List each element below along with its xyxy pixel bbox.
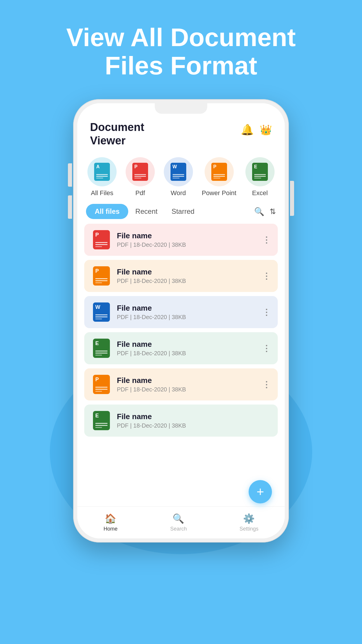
category-powerpoint[interactable]: P Power Point: [202, 157, 236, 197]
category-all-files-circle: A: [87, 157, 117, 186]
file-icon: P: [91, 230, 112, 250]
phone-screen: Document Viewer 🔔 👑 A: [77, 103, 285, 538]
file-menu-button[interactable]: ⋮: [262, 344, 271, 353]
nav-search[interactable]: 🔍 Search: [170, 513, 187, 532]
file-info: File name PDF | 18-Dec-2020 | 38KB: [117, 304, 257, 321]
add-file-fab[interactable]: +: [249, 480, 272, 503]
file-name: File name: [117, 231, 257, 240]
file-item[interactable]: P File name PDF | 18-Dec-2020 | 38KB: [84, 368, 278, 400]
hero-section: View All Document Files Format: [0, 0, 362, 80]
category-word-circle: W: [164, 157, 193, 186]
file-menu-button[interactable]: ⋮: [262, 307, 271, 317]
file-info: File name PDF | 18-Dec-2020 | 38KB: [117, 340, 257, 357]
sort-icon[interactable]: ⇅: [270, 207, 276, 216]
tabs-row: All files Recent Starred 🔍 ⇅: [77, 204, 285, 219]
category-ppt-circle: P: [205, 157, 234, 186]
file-list: P File name PDF | 18-Dec-2020 | 38KB: [77, 224, 285, 506]
category-pdf[interactable]: P Pdf: [126, 157, 155, 197]
file-info: File name PDF | 18-Dec-2020 | 38KB: [117, 267, 257, 284]
file-item[interactable]: W File name PDF | 18-Dec-2020 | 38KB: [84, 296, 278, 328]
app-screen: Document Viewer 🔔 👑 A: [77, 103, 285, 538]
hero-title: View All Document Files Format: [0, 0, 362, 80]
category-word[interactable]: W Word: [164, 157, 193, 197]
settings-icon: ⚙️: [243, 513, 255, 524]
side-button-power: [290, 181, 294, 216]
file-name: File name: [117, 376, 257, 385]
file-icon: E: [91, 410, 112, 431]
tab-action-icons: 🔍 ⇅: [254, 207, 276, 216]
nav-home-label: Home: [103, 526, 117, 532]
file-menu-button[interactable]: ⋮: [262, 380, 271, 389]
file-menu-button[interactable]: ⋮: [262, 271, 271, 281]
category-excel-circle: E: [245, 157, 275, 186]
file-info: File name PDF | 18-Dec-2020 | 38KB: [117, 412, 271, 429]
phone-notch: [155, 103, 207, 114]
app-title: Document Viewer: [90, 121, 144, 147]
home-icon: 🏠: [105, 513, 116, 524]
file-icon: P: [91, 374, 112, 395]
file-meta: PDF | 18-Dec-2020 | 38KB: [117, 278, 257, 284]
file-item[interactable]: P File name PDF | 18-Dec-2020 | 38KB: [84, 224, 278, 256]
file-meta: PDF | 18-Dec-2020 | 38KB: [117, 350, 257, 357]
nav-settings-label: Settings: [240, 526, 259, 532]
file-meta: PDF | 18-Dec-2020 | 38KB: [117, 386, 257, 393]
bell-icon[interactable]: 🔔: [241, 124, 254, 136]
category-excel[interactable]: E Excel: [245, 157, 275, 197]
file-name: File name: [117, 340, 257, 349]
category-word-label: Word: [171, 189, 186, 197]
side-button-volume-down: [68, 195, 72, 219]
file-name: File name: [117, 412, 271, 421]
file-meta: PDF | 18-Dec-2020 | 38KB: [117, 242, 257, 248]
file-type-categories: A All Files: [77, 154, 285, 204]
file-name: File name: [117, 304, 257, 313]
category-all-files-label: All Files: [91, 189, 113, 197]
file-icon: P: [91, 266, 112, 286]
search-icon[interactable]: 🔍: [254, 207, 264, 216]
file-item[interactable]: P File name PDF | 18-Dec-2020 | 38KB: [84, 260, 278, 292]
category-ppt-label: Power Point: [202, 189, 236, 197]
tab-all-files[interactable]: All files: [86, 204, 128, 219]
file-meta: PDF | 18-Dec-2020 | 38KB: [117, 422, 271, 429]
tab-recent[interactable]: Recent: [128, 204, 164, 219]
nav-home[interactable]: 🏠 Home: [103, 513, 117, 532]
search-nav-icon: 🔍: [173, 513, 184, 524]
phone-outer: Document Viewer 🔔 👑 A: [73, 99, 289, 542]
category-excel-label: Excel: [252, 189, 268, 197]
category-all-files[interactable]: A All Files: [87, 157, 117, 197]
file-menu-button[interactable]: ⋮: [262, 235, 271, 245]
header-icons: 🔔 👑: [241, 124, 272, 136]
file-info: File name PDF | 18-Dec-2020 | 38KB: [117, 376, 257, 393]
category-pdf-circle: P: [126, 157, 155, 186]
phone-mockup: Document Viewer 🔔 👑 A: [73, 99, 289, 554]
file-meta: PDF | 18-Dec-2020 | 38KB: [117, 314, 257, 321]
file-item[interactable]: E File name PDF | 18-Dec-2020 | 38KB: [84, 332, 278, 364]
category-pdf-label: Pdf: [135, 189, 145, 197]
file-info: File name PDF | 18-Dec-2020 | 38KB: [117, 231, 257, 248]
file-name: File name: [117, 267, 257, 276]
nav-search-label: Search: [170, 526, 187, 532]
file-icon: E: [91, 338, 112, 358]
file-item[interactable]: E File name PDF | 18-Dec-2020 | 38KB: [84, 405, 278, 437]
bottom-navigation: 🏠 Home 🔍 Search ⚙️ Settings: [77, 506, 285, 538]
crown-icon[interactable]: 👑: [260, 124, 272, 136]
nav-settings[interactable]: ⚙️ Settings: [240, 513, 259, 532]
side-button-volume-up: [68, 163, 72, 187]
tab-starred[interactable]: Starred: [164, 204, 201, 219]
file-icon: W: [91, 302, 112, 322]
